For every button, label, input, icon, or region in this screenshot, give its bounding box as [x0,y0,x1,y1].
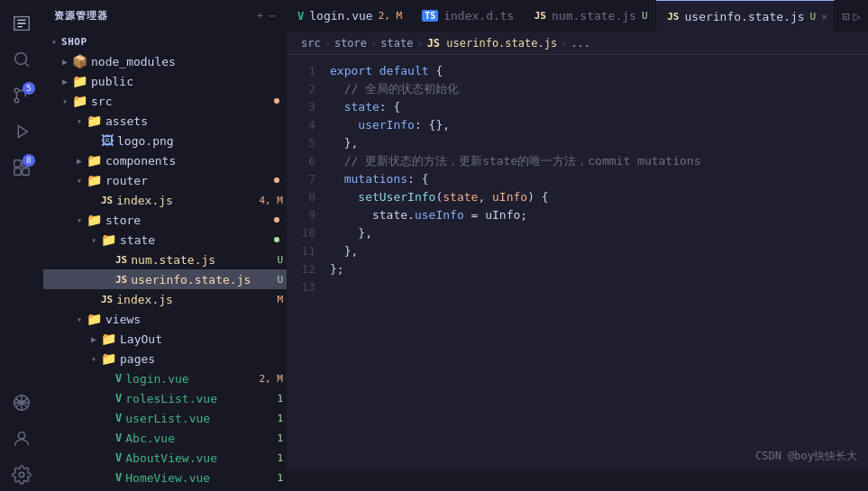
tree-item-public[interactable]: ▶ 📁 public [43,71,287,91]
tree-item-num-state[interactable]: ▶ JS num.state.js U [43,250,287,269]
code-line-1: 1 export default { [287,62,868,80]
tree-item-logo[interactable]: ▶ 🖼 logo.png [43,131,287,150]
code-line-13: 13 [287,278,868,296]
code-editor[interactable]: 1 export default { 2 // 全局的状态初始化 3 state… [287,55,868,471]
tree-item-state[interactable]: ▾ 📁 state [43,230,287,250]
tree-item-store[interactable]: ▾ 📁 store [43,210,287,230]
tree-label-layout: LayOut [120,332,283,346]
tree-label-public: public [91,75,283,88]
svg-rect-4 [14,160,21,167]
code-line-11: 11 }, [287,242,868,260]
tree-item-layout[interactable]: ▶ 📁 LayOut [43,329,287,349]
js-tab-icon-num: JS [535,10,546,22]
tree-item-components[interactable]: ▶ 📁 components [43,150,287,170]
breadcrumb-state[interactable]: state [380,37,413,50]
folder-icon-public: 📁 [72,74,87,88]
tree-item-router[interactable]: ▾ 📁 router [43,170,287,190]
tab-num-state[interactable]: JS num.state.js U [524,0,656,32]
accounts-icon[interactable] [5,423,38,455]
tree-item-router-index[interactable]: ▶ JS index.js 4, M [43,190,287,210]
tree-item-home-vue[interactable]: ▶ V HomeView.vue 1 [43,468,287,487]
activity-bar: 5 8 [0,0,43,491]
tree-arrow-store: ▾ [72,215,87,225]
line-content-6: // 更新状态的方法，更新state的唯一方法，commit mutations [330,152,868,170]
line-content-7: mutations: { [330,170,868,188]
tab-login-vue[interactable]: V login.vue 2, M [287,0,411,32]
run-icon[interactable] [5,115,38,148]
new-folder-icon[interactable]: ⋯ [269,10,276,22]
line-content-9: state.useInfo = uInfo; [330,206,868,224]
tree-item-node_modules[interactable]: ▶ 📦 node_modules [43,51,287,71]
tab-userinfo-state[interactable]: JS userinfo.state.js U ✕ [656,0,835,32]
split-editor-icon[interactable]: ⊡ [842,9,849,23]
js-tab-icon-userinfo: JS [667,11,679,23]
tree-item-userlist-vue[interactable]: ▶ V userList.vue 1 [43,408,287,428]
files-icon[interactable] [5,7,38,40]
search-icon[interactable] [5,43,38,76]
tree-item-store-index[interactable]: ▶ JS index.js M [43,289,287,309]
roleslist-badge: 1 [277,393,283,405]
tree-arrow-assets: ▾ [72,116,87,126]
breadcrumb-sep-1: › [324,37,331,50]
vue-icon-roleslist: V [115,392,122,405]
vue-icon-login: V [115,372,122,385]
tree-item-login-vue[interactable]: ▶ V login.vue 2, M [43,368,287,388]
folder-icon-components: 📁 [87,153,102,168]
line-num-7: 7 [287,170,330,188]
line-num-2: 2 [287,80,330,98]
tree-item-views[interactable]: ▾ 📁 views [43,309,287,329]
breadcrumb-more[interactable]: ... [571,37,590,50]
folder-icon-layout: 📁 [101,332,116,346]
breadcrumb-store[interactable]: store [334,37,367,50]
tree-label-userinfo-state: userinfo.state.js [131,273,273,286]
tree-label-router-index: index.js [116,194,255,207]
tab-index-dts[interactable]: TS index.d.ts [411,0,524,32]
remote-icon[interactable] [5,386,38,419]
folder-icon-state: 📁 [101,232,116,247]
tree-label-store: store [105,214,274,227]
extensions-icon[interactable]: 8 [5,151,38,184]
main-editor: V login.vue 2, M TS index.d.ts JS num.st… [287,0,868,491]
svg-point-1 [14,88,19,93]
breadcrumb-src[interactable]: src [301,37,321,50]
tree-label-router: router [105,174,274,187]
userlist-badge: 1 [277,413,283,424]
js-icon-router-index: JS [101,195,113,206]
more-actions-icon[interactable]: ▷ [854,9,861,23]
tree-item-roleslist-vue[interactable]: ▶ V rolesList.vue 1 [43,388,287,408]
tree-label-src: src [91,95,274,108]
tree-item-abc-vue[interactable]: ▶ V Abc.vue 1 [43,428,287,448]
sidebar-content: ▾ SHOP ▶ 📦 node_modules ▶ 📁 public ▾ 📁 s… [43,32,287,491]
tree-item-assets[interactable]: ▾ 📁 assets [43,111,287,131]
line-num-6: 6 [287,152,330,170]
tree-label-login-vue: login.vue [125,372,255,386]
vue-icon-userlist: V [115,412,122,424]
code-line-5: 5 }, [287,134,868,152]
tree-item-userinfo-state[interactable]: ▶ JS userinfo.state.js U [43,269,287,289]
ts-tab-icon: TS [422,10,438,22]
line-content-4: userInfo: {}, [330,116,868,134]
source-control-icon[interactable]: 5 [5,79,38,112]
sidebar: 资源管理器 ️+ ⋯ ▾ SHOP ▶ 📦 node_modules ▶ 📁 p… [43,0,287,491]
line-num-12: 12 [287,260,330,278]
tree-item-pages[interactable]: ▾ 📁 pages [43,349,287,368]
num-state-badge: U [277,254,283,266]
sidebar-header-icons: ️+ ⋯ [256,10,276,22]
tab-close-userinfo[interactable]: ✕ [821,11,827,23]
tree-label-userlist-vue: userList.vue [125,412,273,425]
tree-label-assets: assets [105,114,283,128]
tree-label-home-vue: HomeView.vue [125,471,273,485]
line-num-8: 8 [287,188,330,206]
tree-root-shop[interactable]: ▾ SHOP [43,32,287,51]
vue-tab-icon-login: V [297,10,304,23]
svg-rect-7 [23,168,29,175]
image-icon-logo: 🖼 [101,133,114,148]
breadcrumb-file[interactable]: JS userinfo.state.js [427,37,558,50]
tree-label-logo: logo.png [117,134,283,148]
settings-icon[interactable] [5,459,38,491]
line-num-3: 3 [287,98,330,116]
tree-item-src[interactable]: ▾ 📁 src [43,91,287,111]
tree-item-about-vue[interactable]: ▶ V AboutView.vue 1 [43,448,287,468]
new-file-icon[interactable]: ️+ [256,10,263,22]
js-icon-num: JS [115,254,127,266]
